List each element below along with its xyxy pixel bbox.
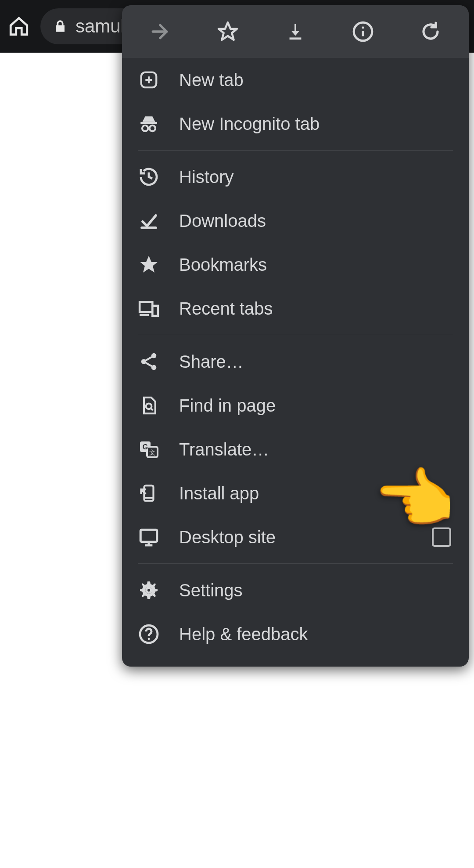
svg-marker-14: [140, 256, 158, 273]
svg-marker-1: [219, 22, 237, 40]
lock-icon: [54, 18, 67, 34]
menu-item-install-app[interactable]: Install app: [122, 471, 469, 515]
history-icon: [138, 166, 160, 188]
share-icon: [138, 351, 160, 373]
menu-divider: [138, 563, 453, 564]
svg-rect-9: [140, 122, 157, 124]
svg-line-21: [146, 357, 151, 360]
forward-button[interactable]: [146, 18, 174, 46]
menu-item-bookmarks[interactable]: Bookmarks: [122, 243, 469, 287]
devices-icon: [138, 298, 160, 319]
desktop-site-checkbox[interactable]: [432, 527, 451, 547]
menu-item-label: Share…: [179, 352, 453, 372]
svg-point-35: [148, 638, 150, 640]
svg-rect-2: [290, 37, 302, 39]
url-text: samulis: [75, 16, 128, 37]
svg-point-5: [362, 26, 364, 29]
bookmark-button[interactable]: [214, 18, 242, 46]
menu-item-desktop-site[interactable]: Desktop site: [122, 515, 469, 559]
incognito-icon: [138, 113, 160, 135]
menu-item-label: History: [179, 167, 453, 187]
svg-rect-31: [140, 530, 157, 542]
svg-point-10: [142, 126, 148, 131]
svg-point-23: [146, 403, 152, 409]
menu-item-label: Desktop site: [179, 527, 413, 547]
menu-item-label: New Incognito tab: [179, 114, 453, 134]
settings-icon: [138, 579, 160, 601]
menu-item-new-tab[interactable]: New tab: [122, 58, 469, 102]
menu-item-label: Downloads: [179, 211, 453, 231]
svg-point-20: [151, 365, 157, 370]
reload-button[interactable]: [417, 18, 445, 46]
menu-divider: [138, 335, 453, 335]
translate-icon: G 文: [138, 438, 160, 460]
install-app-icon: [138, 482, 160, 504]
svg-rect-17: [152, 306, 158, 316]
menu-item-label: Help & feedback: [179, 624, 453, 644]
help-icon: [138, 623, 160, 645]
svg-text:文: 文: [149, 449, 155, 456]
overflow-menu: New tab New Incognito tab History: [122, 5, 469, 667]
svg-line-22: [146, 363, 151, 366]
download-button[interactable]: [281, 18, 309, 46]
menu-item-translate[interactable]: G 文 Translate…: [122, 427, 469, 471]
menu-item-find-in-page[interactable]: Find in page: [122, 384, 469, 427]
svg-point-19: [141, 359, 147, 364]
home-button[interactable]: [8, 15, 30, 37]
svg-point-18: [151, 353, 157, 359]
svg-text:G: G: [143, 443, 148, 451]
svg-rect-15: [140, 302, 152, 312]
new-tab-icon: [138, 69, 160, 91]
menu-item-label: Find in page: [179, 396, 453, 416]
menu-item-history[interactable]: History: [122, 155, 469, 199]
svg-point-11: [150, 126, 155, 131]
downloads-icon: [138, 210, 160, 232]
menu-item-label: Recent tabs: [179, 299, 453, 319]
menu-divider: [138, 150, 453, 151]
info-button[interactable]: [349, 18, 377, 46]
menu-item-label: Settings: [179, 581, 453, 600]
menu-item-help[interactable]: Help & feedback: [122, 612, 469, 656]
svg-line-24: [151, 408, 153, 410]
menu-item-downloads[interactable]: Downloads: [122, 199, 469, 243]
menu-item-label: New tab: [179, 70, 453, 90]
menu-item-incognito[interactable]: New Incognito tab: [122, 102, 469, 146]
menu-toolbar: [122, 5, 469, 58]
menu-item-settings[interactable]: Settings: [122, 568, 469, 612]
menu-item-label: Bookmarks: [179, 255, 453, 275]
menu-item-label: Translate…: [179, 440, 453, 459]
find-in-page-icon: [138, 395, 160, 416]
star-icon: [138, 254, 160, 276]
menu-item-share[interactable]: Share…: [122, 340, 469, 384]
desktop-icon: [138, 526, 160, 548]
menu-item-recent-tabs[interactable]: Recent tabs: [122, 287, 469, 330]
menu-item-label: Install app: [179, 484, 453, 503]
